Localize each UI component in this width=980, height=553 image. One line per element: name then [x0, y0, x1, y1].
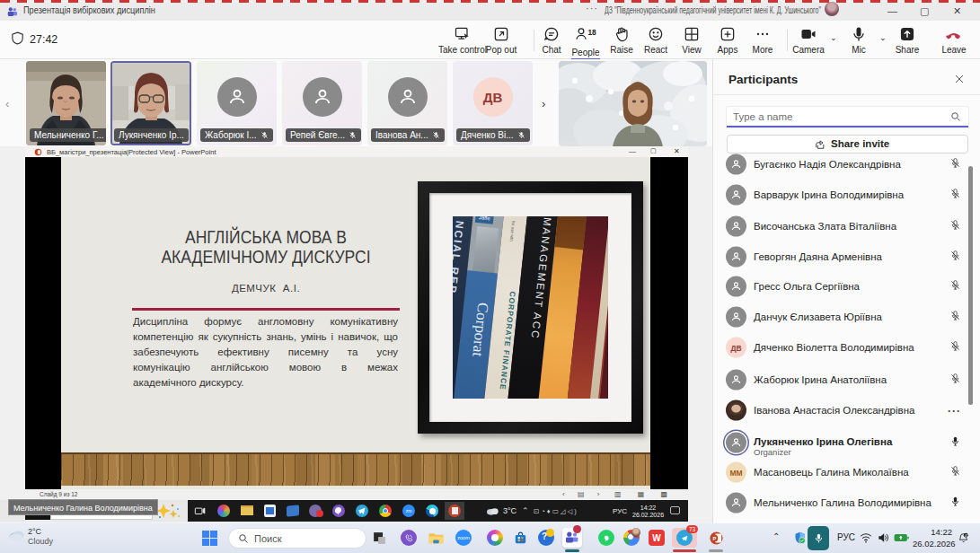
svg-text:18: 18 — [588, 28, 597, 37]
svg-text:P: P — [712, 535, 716, 540]
svg-text:Д: Д — [965, 534, 967, 538]
